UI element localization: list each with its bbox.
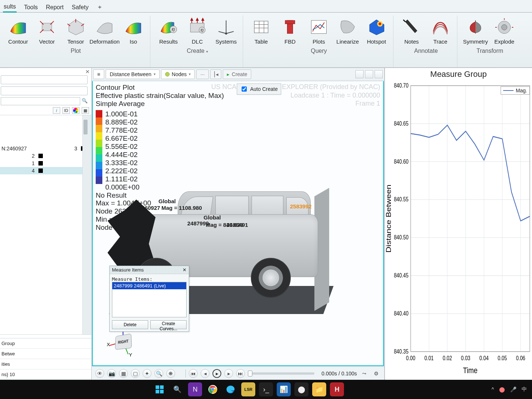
color-toggle[interactable] [72, 107, 79, 114]
search-icon[interactable]: 🔍 [82, 98, 88, 105]
tree-row-selected[interactable]: 4 [0, 167, 88, 174]
add-tab-icon[interactable]: ＋ [96, 2, 103, 13]
side-tab-group[interactable]: Group [0, 338, 91, 349]
menu-tools[interactable]: Tools [23, 3, 38, 12]
ribbon-table[interactable]: Table [248, 16, 275, 45]
edge-icon[interactable] [224, 382, 238, 396]
close-icon[interactable]: ✕ [183, 267, 187, 273]
anim-settings-icon[interactable]: ⚙ [372, 369, 381, 378]
create-curves-button[interactable]: Create Curves... [150, 320, 187, 329]
ribbon-iso[interactable]: Iso [120, 16, 147, 45]
anim-play-icon[interactable]: ▸ [212, 369, 221, 378]
tree-node-root[interactable]: N:2460927 3 [0, 145, 88, 152]
side-tab-ns[interactable]: ns} 10 [0, 369, 91, 380]
svg-text:Time: Time [463, 365, 477, 375]
more-icon[interactable]: ··· [196, 69, 209, 79]
ribbon-contour[interactable]: Contour [4, 16, 32, 45]
terminal-icon[interactable]: ›_ [259, 382, 273, 396]
ribbon-fbd[interactable]: FBD [276, 16, 304, 45]
tray-mic-icon[interactable]: 🎤 [510, 386, 516, 392]
menu-safety[interactable]: Safety [71, 3, 89, 12]
tray-chevron-icon[interactable]: ^ [491, 386, 494, 392]
windows-taskbar: 🔍 N LSR ›_ 📊 ⬤ 📁 H ^ ⬤ 🎤 中 [0, 380, 532, 399]
ribbon-deformation[interactable]: Deformation [91, 16, 118, 45]
obs-icon[interactable]: ⬤ [294, 382, 308, 396]
ribbon-linearize[interactable]: Linearize [334, 16, 361, 45]
ribbon-vector[interactable]: Vector [33, 16, 61, 45]
tree-scrollbar[interactable] [82, 115, 88, 334]
list-item[interactable]: 2487999 2486491 (Live) [112, 282, 186, 289]
explode-icon[interactable]: ❋ [166, 369, 175, 378]
lsr-icon[interactable]: LSR [241, 382, 255, 396]
close-icon[interactable]: ✕ [85, 69, 90, 75]
first-icon[interactable]: ⎮◂ [210, 69, 221, 79]
layout-grid-icon[interactable] [355, 70, 364, 78]
filter-input[interactable] [1, 97, 80, 105]
ribbon-results[interactable]: f() Results [155, 16, 182, 45]
ribbon-plots[interactable]: Plots [305, 16, 332, 45]
ribbon-hotspot[interactable]: Hotspot [363, 16, 390, 45]
app-icon-1[interactable]: 📊 [277, 382, 291, 396]
hamburger-icon[interactable]: ≡ [93, 69, 104, 79]
eye-icon[interactable]: 👁 [95, 369, 104, 378]
camera-icon[interactable]: 📷 [107, 369, 116, 378]
id-toggle[interactable]: ID [62, 107, 70, 114]
plot-legend[interactable]: Mag. [501, 86, 530, 95]
svg-text:0.01: 0.01 [424, 355, 434, 361]
side-tab-between[interactable]: Betwe [0, 349, 91, 359]
delete-button[interactable]: Delete [112, 320, 148, 329]
tree-row[interactable]: 1 [0, 160, 88, 167]
axes-icon[interactable]: ✦ [143, 369, 151, 378]
anim-prev-icon[interactable]: ◂ [201, 369, 209, 378]
layout-move-icon[interactable] [365, 70, 373, 78]
menu-results[interactable]: sults [3, 2, 17, 13]
entity-type-dropdown[interactable]: Nodes ▾ [161, 69, 195, 79]
plot-area[interactable]: Mag. 840.70840.65840.60840.55840.50840.4… [385, 79, 532, 380]
ribbon-notes[interactable]: Notes [398, 16, 425, 45]
ribbon-dlc[interactable]: f() DLC [184, 16, 211, 45]
workspace: ✕ 🔍 i ID ▦ N:2460927 3 2 [0, 68, 532, 380]
table-icon [250, 16, 272, 38]
chrome-icon[interactable] [206, 382, 220, 396]
measure-type-dropdown[interactable]: Distance Between ▾ [106, 69, 160, 79]
color-swatch[interactable] [38, 168, 43, 173]
component-combo-2[interactable] [1, 86, 88, 95]
zoom-icon[interactable]: 🔍 [154, 369, 163, 378]
color-swatch[interactable] [38, 161, 43, 166]
layout-single-icon[interactable] [375, 70, 383, 78]
anim-slider[interactable] [248, 372, 314, 375]
tree-row[interactable]: 2 [0, 152, 88, 160]
entity-tree[interactable]: N:2460927 3 2 1 4 [0, 115, 91, 334]
auto-create-checkbox[interactable] [242, 86, 247, 92]
anim-last-icon[interactable]: ⏭ [236, 369, 245, 378]
ribbon-symmetry[interactable]: Symmetry [462, 16, 489, 45]
ribbon-tensor[interactable]: Tensor [62, 16, 89, 45]
search-icon[interactable]: 🔍 [170, 382, 184, 396]
anim-curve-icon[interactable]: ⤳ [360, 369, 369, 378]
ribbon-systems[interactable]: Systems [212, 16, 240, 45]
cube-view-icon[interactable]: ▦ [119, 369, 128, 378]
measure-items-list[interactable]: 2487999 2486491 (Live) [112, 282, 187, 317]
onenote-icon[interactable]: N [188, 382, 202, 396]
view-cube[interactable]: RIGHT [115, 334, 132, 350]
color-swatch[interactable] [38, 154, 43, 158]
tray-ime-icon[interactable]: 中 [522, 386, 527, 393]
ribbon-explode[interactable]: Explode [491, 16, 518, 45]
component-combo-1[interactable] [1, 75, 88, 84]
tray-search-icon[interactable]: ⬤ [499, 386, 505, 392]
side-tab-entities[interactable]: ities [0, 359, 91, 369]
axis-x-label: X [107, 342, 110, 347]
anim-next-icon[interactable]: ▸ [224, 369, 233, 378]
box-icon[interactable]: ▢ [131, 369, 140, 378]
chevron-down-icon: ▾ [189, 72, 191, 76]
cube-icon[interactable]: ▦ [82, 107, 89, 114]
chevron-down-icon[interactable]: ▾ [206, 50, 208, 54]
ribbon-trace[interactable]: Trace [427, 16, 454, 45]
hypermesh-icon[interactable]: H [330, 382, 344, 396]
menu-report[interactable]: Report [45, 3, 64, 12]
explorer-icon[interactable]: 📁 [312, 382, 326, 396]
start-icon[interactable] [153, 382, 167, 396]
info-icon[interactable]: i [53, 107, 60, 114]
create-button[interactable]: ▸ Create [223, 69, 251, 79]
anim-first-icon[interactable]: ⏮ [189, 369, 198, 378]
